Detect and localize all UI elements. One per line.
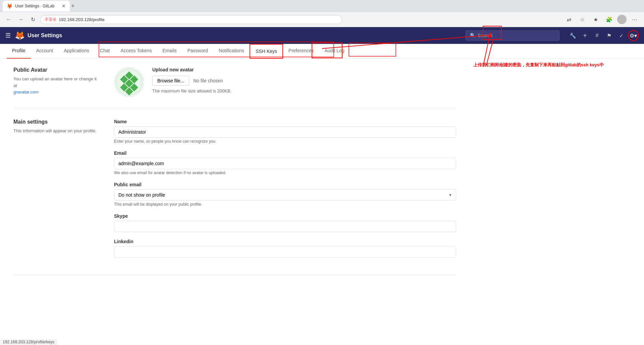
- hash-icon-btn[interactable]: #: [592, 30, 602, 41]
- linkedin-input[interactable]: [114, 246, 456, 258]
- main-settings-description: This information will appear on your pro…: [13, 128, 101, 134]
- skype-field-group: Skype: [114, 213, 456, 232]
- tab-profile[interactable]: Profile: [7, 44, 31, 59]
- skype-input[interactable]: [114, 221, 456, 232]
- avatar-preview: [114, 67, 144, 97]
- browse-file-btn[interactable]: Browse file...: [152, 76, 189, 86]
- browser-tab[interactable]: 🦊 User Settings · GitLab ✕: [3, 1, 70, 11]
- search-input[interactable]: [478, 33, 555, 38]
- upload-heading: Upload new avatar: [152, 67, 231, 72]
- linkedin-label: Linkedin: [114, 239, 456, 244]
- tab-preferences[interactable]: Preferences: [283, 44, 319, 59]
- gitlab-logo-icon: 🦊: [15, 31, 25, 40]
- annotation-text: 上传我们刚刚创建的密匙，先复制下来再粘贴到gitlab的ssh keys中: [473, 62, 604, 68]
- avatar-description: You can upload an avatar here or change …: [13, 76, 101, 95]
- security-icon: 不安全: [45, 17, 57, 22]
- reload-btn[interactable]: ↻: [28, 15, 38, 24]
- name-field-group: Name Enter your name, so people you know…: [114, 119, 456, 144]
- gitlab-favicon: 🦊: [7, 3, 12, 9]
- main-settings-heading: Main settings: [13, 119, 101, 125]
- gitlab-app-title: User Settings: [28, 32, 62, 39]
- hamburger-btn[interactable]: ☰: [5, 32, 11, 39]
- tab-notifications[interactable]: Notifications: [213, 44, 250, 59]
- file-size-hint: The maximum file size allowed is 200KB.: [152, 88, 231, 93]
- email-label: Email: [114, 150, 456, 156]
- new-tab-btn[interactable]: +: [71, 3, 75, 10]
- linkedin-field-group: Linkedin: [114, 239, 456, 258]
- tab-audit-log[interactable]: Audit Log: [319, 44, 350, 59]
- bookmarks-btn[interactable]: ★: [590, 14, 601, 25]
- flag-icon-btn[interactable]: ⚑: [604, 30, 614, 41]
- email-field-group: Email We also use email for avatar detec…: [114, 150, 456, 175]
- gear-icon-btn[interactable]: ⚙▾: [628, 30, 639, 41]
- bookmark-btn[interactable]: ☆: [577, 14, 588, 25]
- tab-account[interactable]: Account: [31, 44, 59, 59]
- tab-title: User Settings · GitLab: [15, 4, 59, 8]
- tab-access-tokens[interactable]: Access Tokens: [115, 44, 157, 59]
- no-file-text: No file chosen: [193, 78, 223, 83]
- url-text: 192.168.203.128/profile: [59, 17, 105, 22]
- forward-btn[interactable]: →: [16, 15, 25, 24]
- public-email-hint: This email will be displayed on your pub…: [114, 202, 456, 207]
- tab-applications[interactable]: Applications: [58, 44, 95, 59]
- tab-emails[interactable]: Emails: [157, 44, 182, 59]
- main-settings-section: Main settings This information will appe…: [13, 119, 456, 275]
- settings-tabs: Profile Account Applications Chat Access…: [0, 44, 644, 59]
- name-input[interactable]: [114, 126, 456, 138]
- public-email-select[interactable]: Do not show on profile: [114, 189, 456, 201]
- name-label: Name: [114, 119, 456, 124]
- tab-close-btn[interactable]: ✕: [62, 3, 66, 9]
- wrench-icon-btn[interactable]: 🔧: [568, 30, 578, 41]
- browser-profile-avatar[interactable]: [617, 15, 627, 24]
- search-icon: 🔍: [470, 33, 476, 38]
- gitlab-logo[interactable]: 🦊 User Settings: [15, 31, 62, 40]
- translate-btn[interactable]: ⇄: [564, 14, 574, 25]
- skype-label: Skype: [114, 213, 456, 219]
- tab-password[interactable]: Password: [182, 44, 213, 59]
- shield-icon-btn[interactable]: ✓: [616, 30, 627, 41]
- gravatar-link[interactable]: gravatar.com: [13, 89, 39, 94]
- tab-chat[interactable]: Chat: [95, 44, 115, 59]
- avatar-section-heading: Public Avatar: [13, 67, 101, 73]
- back-btn[interactable]: ←: [4, 15, 13, 24]
- plus-icon-btn[interactable]: +: [580, 30, 590, 41]
- search-bar[interactable]: 🔍: [466, 30, 559, 41]
- name-hint: Enter your name, so people you know can …: [114, 139, 456, 144]
- menu-btn[interactable]: ⋯: [629, 14, 640, 25]
- address-bar[interactable]: 不安全 192.168.203.128/profile: [40, 15, 342, 24]
- email-input[interactable]: [114, 158, 456, 169]
- public-email-label: Public email: [114, 182, 456, 187]
- extensions-btn[interactable]: 🧩: [604, 14, 614, 25]
- email-hint: We also use email for avatar detection i…: [114, 170, 456, 175]
- public-email-field-group: Public email Do not show on profile This…: [114, 182, 456, 207]
- tab-ssh-keys[interactable]: SSH Keys: [250, 44, 283, 59]
- avatar-section: Public Avatar You can upload an avatar h…: [13, 67, 456, 108]
